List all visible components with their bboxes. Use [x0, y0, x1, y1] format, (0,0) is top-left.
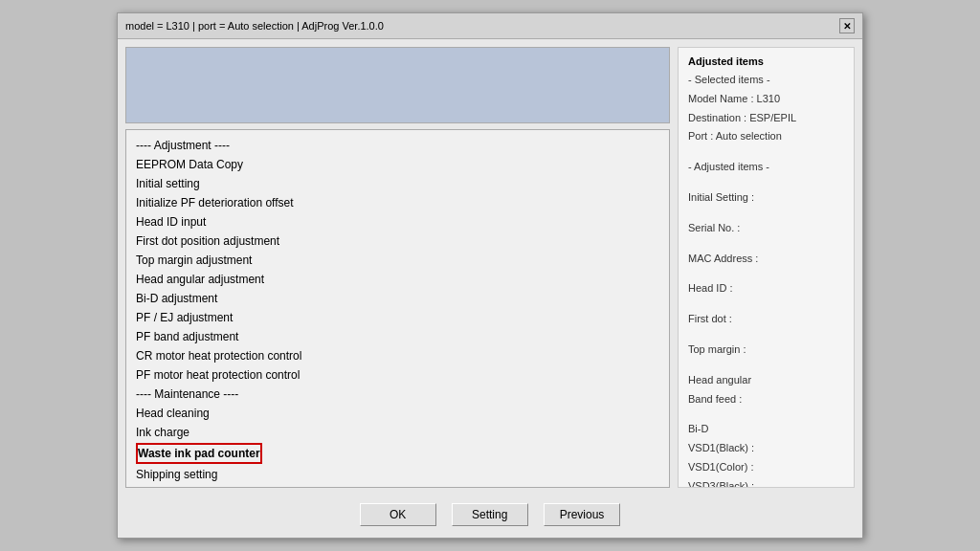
model-name: Model Name : L310: [688, 90, 844, 109]
field-serial: Serial No. :: [688, 219, 844, 238]
preview-box: [125, 47, 670, 123]
menu-item-init-pf[interactable]: Initialize PF deterioration offset: [134, 193, 661, 212]
right-panel: Adjusted items - Selected items - Model …: [678, 47, 855, 488]
main-dialog: model = L310 | port = Auto selection | A…: [117, 12, 863, 539]
menu-item-head-clean[interactable]: Head cleaning: [134, 404, 661, 423]
title-text: model = L310 | port = Auto selection | A…: [125, 20, 384, 32]
field-head-angular: Head angular: [688, 371, 844, 390]
menu-item-head-angular[interactable]: Head angular adjustment: [134, 270, 661, 289]
menu-box: ---- Adjustment ---- EEPROM Data Copy In…: [125, 129, 670, 488]
maint-separator: ---- Maintenance ----: [134, 385, 661, 404]
field-vsd1-black: VSD1(Black) :: [688, 439, 844, 458]
field-vsd1-color: VSD1(Color) :: [688, 458, 844, 477]
menu-item-bi-d[interactable]: Bi-D adjustment: [134, 289, 661, 308]
menu-item-pf-motor[interactable]: PF motor heat protection control: [134, 365, 661, 385]
waste-ink-wrapper[interactable]: Waste ink pad counter: [134, 442, 661, 465]
ok-button[interactable]: OK: [360, 503, 436, 526]
menu-item-first-dot[interactable]: First dot position adjustment: [134, 231, 661, 251]
menu-item-initial[interactable]: Initial setting: [134, 174, 661, 193]
field-head-id: Head ID :: [688, 279, 844, 298]
left-panel: ---- Adjustment ---- EEPROM Data Copy In…: [125, 47, 670, 488]
adjusted-items-title: Adjusted items: [688, 55, 844, 67]
menu-item-waste-ink[interactable]: Waste ink pad counter: [136, 443, 262, 464]
menu-item-pf-band[interactable]: PF band adjustment: [134, 327, 661, 346]
field-mac: MAC Address :: [688, 250, 844, 269]
field-initial: Initial Setting :: [688, 188, 844, 208]
adj-separator: ---- Adjustment ----: [134, 136, 661, 155]
button-row: OK Setting Previous: [118, 496, 862, 538]
destination: Destination : ESP/EPIL: [688, 109, 844, 128]
field-bi-d: Bi-D: [688, 420, 844, 439]
setting-button[interactable]: Setting: [452, 503, 528, 526]
menu-item-pf-ej[interactable]: PF / EJ adjustment: [134, 308, 661, 327]
title-bar: model = L310 | port = Auto selection | A…: [118, 13, 862, 39]
menu-item-cr-motor[interactable]: CR motor heat protection control: [134, 346, 661, 365]
field-vsd3-black: VSD3(Black) :: [688, 477, 844, 488]
field-band-feed: Band feed :: [688, 390, 844, 409]
port: Port : Auto selection: [688, 127, 844, 146]
adjusted-title: - Adjusted items -: [688, 158, 844, 177]
menu-item-top-margin[interactable]: Top margin adjustment: [134, 251, 661, 270]
menu-item-ink-charge[interactable]: Ink charge: [134, 423, 661, 442]
selected-title: - Selected items -: [688, 71, 844, 90]
field-first-dot: First dot :: [688, 310, 844, 329]
close-button[interactable]: ✕: [839, 18, 855, 33]
field-top-margin: Top margin :: [688, 341, 844, 360]
previous-button[interactable]: Previous: [544, 503, 621, 526]
menu-item-eeprom[interactable]: EEPROM Data Copy: [134, 155, 661, 174]
menu-item-head-id[interactable]: Head ID input: [134, 212, 661, 231]
content-area: ---- Adjustment ---- EEPROM Data Copy In…: [118, 39, 862, 496]
menu-item-shipping[interactable]: Shipping setting: [134, 465, 661, 484]
